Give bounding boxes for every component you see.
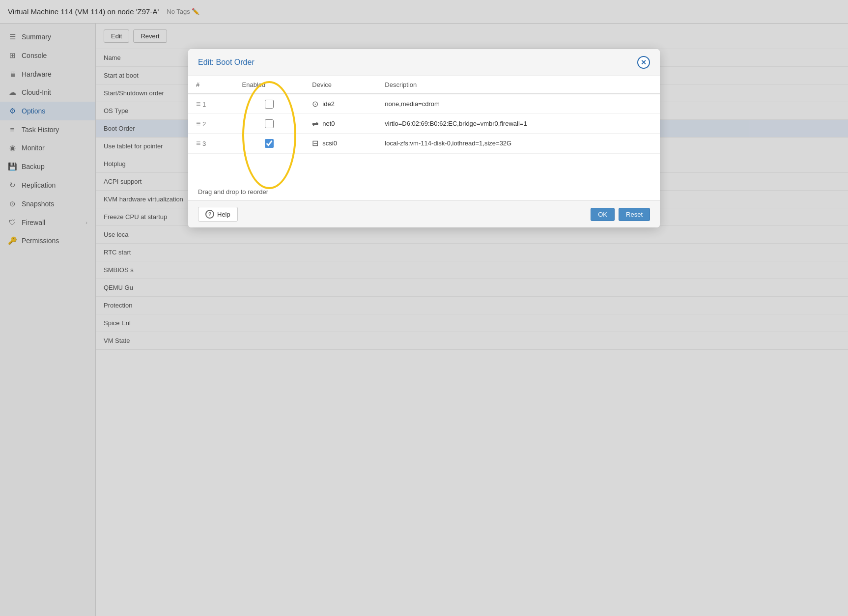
network-icon: ⇌: [312, 119, 318, 128]
help-label: Help: [217, 211, 230, 218]
enabled-cell[interactable]: [234, 134, 305, 153]
col-description: Description: [377, 76, 660, 94]
checkbox-wrapper[interactable]: [242, 100, 297, 109]
disk-icon: ⊟: [312, 139, 318, 148]
boot-order-modal: Edit: Boot Order ✕ # Enabled Device Desc…: [188, 49, 660, 227]
checkbox-wrapper[interactable]: [242, 119, 297, 128]
empty-area: [188, 153, 660, 183]
drag-handle-icon[interactable]: ≡: [196, 119, 200, 128]
modal-title: Edit: Boot Order: [198, 58, 254, 67]
device-cell: ⊟ scsi0: [304, 134, 377, 153]
modal-close-button[interactable]: ✕: [637, 56, 650, 69]
device-cell: ⇌ net0: [304, 114, 377, 134]
drag-cell: ≡ 2: [188, 114, 234, 134]
description-cell: local-zfs:vm-114-disk-0,iothread=1,size=…: [377, 134, 660, 153]
enabled-cell[interactable]: [234, 114, 305, 134]
boot-row-2: ≡ 2 ⇌ net0: [188, 114, 660, 134]
modal-body: # Enabled Device Description ≡ 1: [188, 76, 660, 183]
enabled-checkbox-3[interactable]: [265, 139, 274, 148]
drag-handle-icon[interactable]: ≡: [196, 139, 200, 147]
drag-cell: ≡ 1: [188, 94, 234, 114]
drag-note: Drag and drop to reorder: [188, 183, 660, 200]
ok-button[interactable]: OK: [591, 208, 615, 221]
enabled-cell[interactable]: [234, 94, 305, 114]
modal-overlay: Edit: Boot Order ✕ # Enabled Device Desc…: [0, 0, 848, 616]
col-num: #: [188, 76, 234, 94]
row-number: 3: [202, 140, 206, 147]
help-button[interactable]: ? Help: [198, 207, 238, 222]
drag-note-text: Drag and drop to reorder: [198, 188, 268, 196]
col-enabled: Enabled: [234, 76, 305, 94]
cd-icon: ⊙: [312, 99, 318, 109]
device-name: ide2: [322, 100, 335, 108]
boot-order-table: # Enabled Device Description ≡ 1: [188, 76, 660, 153]
modal-header: Edit: Boot Order ✕: [188, 49, 660, 76]
description-cell: virtio=D6:02:69:B0:62:EC,bridge=vmbr0,fi…: [377, 114, 660, 134]
footer-right: OK Reset: [591, 208, 650, 221]
enabled-checkbox-1[interactable]: [265, 100, 274, 109]
boot-row-3: ≡ 3 ⊟ scsi0: [188, 134, 660, 153]
enabled-checkbox-2[interactable]: [265, 119, 274, 128]
table-header-row: # Enabled Device Description: [188, 76, 660, 94]
device-cell: ⊙ ide2: [304, 94, 377, 114]
boot-row-1: ≡ 1 ⊙ ide2: [188, 94, 660, 114]
row-number: 2: [202, 120, 206, 128]
description-cell: none,media=cdrom: [377, 94, 660, 114]
footer-left: ? Help: [198, 207, 238, 222]
reset-button[interactable]: Reset: [619, 208, 650, 221]
device-name: net0: [322, 120, 335, 127]
drag-cell: ≡ 3: [188, 134, 234, 153]
device-name: scsi0: [322, 140, 337, 147]
help-icon: ?: [205, 210, 214, 219]
checkbox-wrapper[interactable]: [242, 139, 297, 148]
row-number: 1: [202, 101, 206, 108]
drag-handle-icon[interactable]: ≡: [196, 100, 200, 108]
col-device: Device: [304, 76, 377, 94]
modal-footer: ? Help OK Reset: [188, 200, 660, 227]
